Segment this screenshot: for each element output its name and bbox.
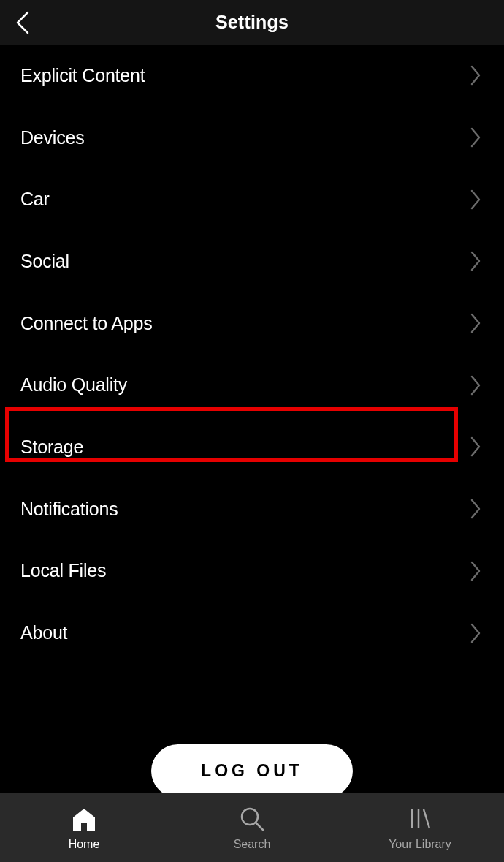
nav-label: Your Library [389, 838, 451, 851]
settings-item-label: Audio Quality [20, 374, 127, 396]
settings-item-devices[interactable]: Devices [0, 107, 504, 169]
chevron-right-icon [470, 560, 484, 582]
chevron-right-icon [470, 126, 484, 148]
chevron-right-icon [470, 498, 484, 520]
library-icon [407, 804, 433, 833]
settings-item-local-files[interactable]: Local Files [0, 540, 504, 602]
settings-item-connect-to-apps[interactable]: Connect to Apps [0, 292, 504, 355]
settings-item-label: Devices [20, 127, 85, 148]
settings-item-car[interactable]: Car [0, 168, 504, 230]
settings-item-label: About [20, 622, 67, 643]
settings-item-label: Storage [20, 436, 83, 458]
nav-label: Search [234, 838, 271, 851]
svg-line-1 [256, 823, 263, 830]
settings-item-audio-quality[interactable]: Audio Quality [0, 354, 504, 416]
chevron-right-icon [470, 622, 484, 644]
logout-button[interactable]: LOG OUT [151, 744, 353, 793]
settings-item-label: Connect to Apps [20, 313, 152, 334]
chevron-right-icon [470, 250, 484, 272]
settings-item-label: Explicit Content [20, 65, 145, 86]
nav-label: Home [69, 838, 100, 851]
settings-item-notifications[interactable]: Notifications [0, 478, 504, 540]
settings-item-label: Social [20, 251, 69, 272]
chevron-right-icon [470, 436, 484, 458]
chevron-right-icon [470, 374, 484, 396]
chevron-right-icon [470, 312, 484, 334]
search-icon [239, 804, 265, 833]
chevron-right-icon [470, 64, 484, 86]
svg-line-4 [424, 809, 429, 828]
settings-item-explicit-content[interactable]: Explicit Content [0, 45, 504, 107]
chevron-right-icon [470, 189, 484, 211]
nav-your-library[interactable]: Your Library [336, 804, 504, 851]
settings-item-label: Local Files [20, 560, 106, 581]
back-button[interactable] [15, 0, 47, 45]
settings-item-social[interactable]: Social [0, 230, 504, 292]
nav-home[interactable]: Home [0, 804, 168, 851]
settings-item-about[interactable]: About [0, 602, 504, 664]
settings-list: Explicit Content Devices Car Social Conn [0, 45, 504, 793]
page-title: Settings [215, 12, 289, 33]
settings-item-label: Car [20, 189, 50, 210]
logout-area: LOG OUT [0, 664, 504, 793]
header-bar: Settings [0, 0, 504, 45]
nav-search[interactable]: Search [168, 804, 336, 851]
settings-item-label: Notifications [20, 499, 118, 520]
chevron-left-icon [15, 10, 31, 35]
settings-item-storage[interactable]: Storage [0, 416, 504, 478]
bottom-nav: Home Search Your Library [0, 793, 504, 862]
home-icon [71, 804, 97, 833]
